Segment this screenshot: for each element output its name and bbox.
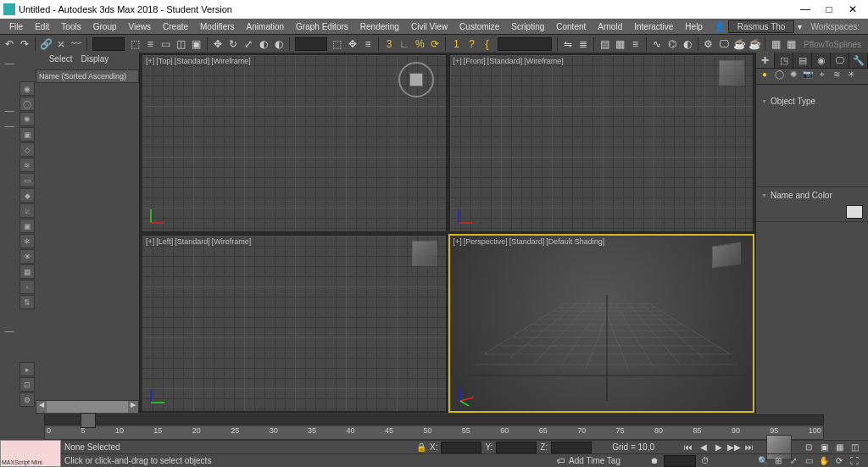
adaptive-deg-button[interactable]: ◫ [848, 442, 861, 453]
crossing-button[interactable]: ▣ [190, 36, 203, 52]
pan-button[interactable]: ✋ [817, 455, 831, 467]
rail-marker-1[interactable]: — [3, 58, 15, 69]
time-tag-icon[interactable]: 🏷 [557, 456, 565, 465]
select-manip-button[interactable]: ✥ [346, 36, 359, 52]
selection-filter-dropdown[interactable] [92, 37, 125, 51]
ref-coord-dropdown[interactable] [295, 37, 327, 51]
minimize-button[interactable]: — [793, 2, 817, 17]
link-button[interactable]: 🔗 [39, 36, 53, 52]
prev-frame-button[interactable]: ◀ [697, 442, 710, 453]
key-mode-button[interactable]: ⏺ [648, 455, 661, 467]
menu-rendering[interactable]: Rendering [354, 22, 405, 31]
menu-views[interactable]: Views [123, 22, 158, 31]
rotate-button[interactable]: ↻ [226, 36, 240, 52]
goto-start-button[interactable]: ⏮ [682, 442, 695, 453]
unlink-button[interactable]: ⤫ [54, 36, 68, 52]
filter-light-icon[interactable]: ✺ [19, 112, 35, 126]
create-lights-icon[interactable]: ✺ [787, 69, 799, 81]
use-center-button[interactable]: ⬚ [331, 36, 344, 52]
filter-frozen-icon[interactable]: ❄ [19, 234, 35, 248]
named-selection-dropdown[interactable] [498, 37, 553, 51]
filter-bone-icon[interactable]: ⟀ [19, 203, 35, 218]
viewport-top-label[interactable]: [+][Top][Standard][Wireframe] [146, 57, 253, 65]
create-spacewarps-icon[interactable]: ≋ [831, 69, 843, 81]
create-systems-icon[interactable]: ✳ [845, 69, 857, 81]
viewport-perspective[interactable]: [+][Perspective][Standard][Default Shadi… [449, 235, 754, 413]
menu-help[interactable]: Help [679, 22, 709, 31]
mirror-button[interactable]: ⇋ [561, 36, 575, 52]
filter-invert-icon[interactable]: ⇅ [19, 295, 35, 309]
display-children-icon[interactable]: ▸ [19, 362, 35, 376]
undo-button[interactable]: ↶ [3, 36, 16, 52]
user-account[interactable]: Rasmus Tho [728, 20, 795, 33]
pivot-button[interactable]: ◐ [272, 36, 286, 52]
named-sel-2-button[interactable]: ? [465, 36, 478, 52]
viewport-front-label[interactable]: [+][Front][Standard][Wireframe] [453, 57, 565, 65]
redo-button[interactable]: ↷ [18, 36, 31, 52]
menu-group[interactable]: Group [87, 22, 123, 31]
zoom-button[interactable]: 🔍 [756, 455, 770, 467]
scroll-left-icon[interactable]: ◀ [36, 401, 47, 413]
menu-civil-view[interactable]: Civil View [405, 22, 453, 31]
workspaces-label[interactable]: Workspaces: [805, 22, 865, 31]
material-editor-button[interactable]: ◐ [681, 36, 694, 52]
menu-edit[interactable]: Edit [29, 22, 55, 31]
menu-content[interactable]: Content [550, 22, 592, 31]
coord-x-field[interactable] [441, 442, 481, 453]
filter-geom-icon[interactable]: ◉ [19, 81, 35, 96]
rail-marker-3[interactable]: — [3, 120, 15, 132]
filter-group-icon[interactable]: ▭ [19, 173, 35, 187]
filter-shape-icon[interactable]: ◯ [19, 97, 35, 111]
select-object-button[interactable]: ⬚ [128, 36, 142, 52]
render-frame-button[interactable]: 🖵 [717, 36, 731, 52]
time-slider-thumb[interactable] [81, 413, 96, 428]
filter-all-icon[interactable]: ▦ [19, 264, 35, 279]
cmd-tab-motion[interactable]: ◉ [812, 53, 831, 68]
viewcube-left[interactable] [412, 241, 437, 266]
user-dropdown-icon[interactable]: ▾ [794, 22, 805, 31]
maxscript-listener[interactable]: MAXScript Mini [0, 440, 61, 467]
play-button[interactable]: ▶ [712, 442, 726, 453]
render-button[interactable]: ☕ [732, 36, 746, 52]
render-prod-button[interactable]: ☕ [748, 36, 761, 52]
coord-z-field[interactable] [551, 442, 592, 453]
menu-tools[interactable]: Tools [55, 22, 86, 31]
lock-selection-icon[interactable]: 🔒 [416, 442, 426, 452]
configure-icon[interactable]: ⚙ [19, 392, 35, 407]
menu-modifiers[interactable]: Modifiers [194, 22, 241, 31]
filter-cam-icon[interactable]: ▣ [19, 127, 35, 142]
close-button[interactable]: ✕ [841, 2, 865, 17]
curve-editor-button[interactable]: ∿ [650, 36, 664, 52]
viewport-front[interactable]: [+][Front][Standard][Wireframe] [449, 54, 754, 232]
rollout-object-type[interactable]: ▼Object Type [756, 93, 868, 108]
select-region-button[interactable]: ▭ [159, 36, 172, 52]
scene-explorer-scrollbar[interactable]: ◀ ▶ [36, 400, 139, 414]
zoom-extents-button[interactable]: ⤢ [787, 455, 800, 467]
extra-tool-2[interactable]: ▦ [784, 36, 798, 52]
spinner-snap-button[interactable]: ⟳ [428, 36, 442, 52]
create-cameras-icon[interactable]: 📷 [802, 69, 814, 81]
menu-interactive[interactable]: Interactive [628, 22, 679, 31]
scene-explorer-list[interactable] [36, 83, 139, 400]
refcoord-button[interactable]: ◐ [257, 36, 270, 52]
time-config-button[interactable]: ⏱ [698, 455, 712, 467]
scale-button[interactable]: ⤢ [242, 36, 255, 52]
minmax-viewport-button[interactable]: ⛶ [848, 455, 861, 467]
snap-3-icon[interactable]: 3 [382, 36, 396, 52]
extra-tool-1[interactable]: ▦ [769, 36, 782, 52]
cmd-tab-display[interactable]: 🖵 [831, 53, 849, 68]
xform-type-button[interactable]: ▦ [832, 442, 846, 453]
viewcube-top[interactable] [398, 62, 434, 97]
orbit-button[interactable]: ⟳ [832, 455, 846, 467]
ribbon-tab-label[interactable]: PflowToSplines [798, 40, 866, 49]
cmd-tab-modify[interactable]: ◳ [775, 53, 793, 68]
add-time-tag[interactable]: Add Time Tag [569, 456, 620, 465]
toggle-ribbon-button[interactable]: ≡ [629, 36, 643, 52]
filter-space-icon[interactable]: ≋ [19, 158, 35, 172]
current-frame-field[interactable] [664, 455, 696, 467]
menu-customize[interactable]: Customize [453, 22, 505, 31]
create-shapes-icon[interactable]: ◯ [773, 69, 785, 81]
schematic-view-button[interactable]: ⌬ [665, 36, 679, 52]
next-frame-button[interactable]: ▶▶ [727, 442, 741, 453]
filter-container-icon[interactable]: ▣ [19, 219, 35, 233]
